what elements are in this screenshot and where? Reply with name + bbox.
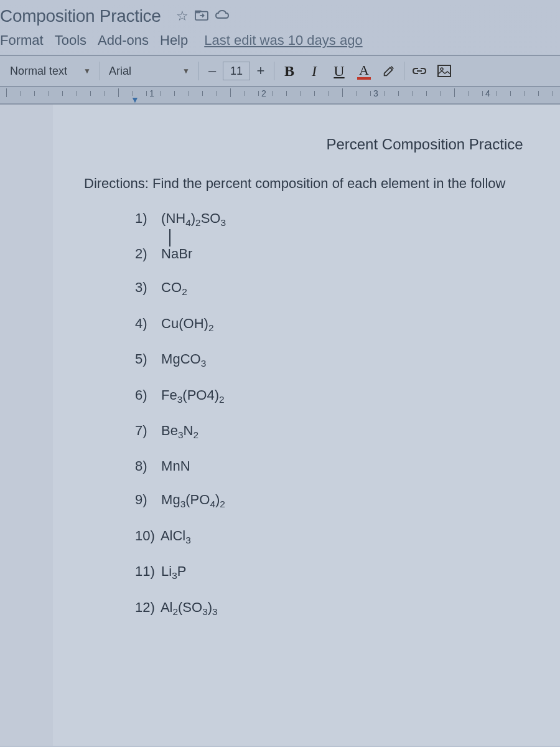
list-item[interactable]: 2) NaBr: [135, 246, 560, 262]
directions-text[interactable]: Directions: Find the percent composition…: [84, 176, 560, 192]
ruler-tick: [6, 88, 7, 97]
ruler-tick: [426, 91, 427, 96]
list-item[interactable]: 3) CO2: [135, 280, 560, 298]
ruler-tick: [258, 91, 259, 96]
list-item[interactable]: 10) AlCl3: [135, 528, 560, 546]
ruler-number: 3: [373, 88, 378, 98]
menu-help[interactable]: Help: [160, 32, 188, 49]
separator: [404, 62, 404, 80]
text-color-button[interactable]: A: [352, 59, 376, 83]
ruler-tick: [454, 88, 455, 97]
ruler-tick: [482, 91, 483, 96]
separator: [198, 62, 199, 80]
list-item[interactable]: 7) Be3N2: [135, 423, 560, 441]
cloud-saved-icon[interactable]: [215, 8, 230, 24]
ruler-tick: [398, 91, 399, 96]
chevron-down-icon: ▼: [182, 67, 190, 75]
ruler-tick: [202, 91, 203, 96]
separator: [100, 62, 100, 80]
font-size-group: – 11 +: [202, 60, 271, 82]
titlebar: Composition Practice ☆: [0, 0, 560, 29]
ruler-tick: [385, 91, 385, 96]
ruler-tick: [497, 91, 497, 96]
ruler-tick: [105, 91, 105, 96]
insert-image-button[interactable]: [432, 59, 457, 83]
ruler-tick: [329, 91, 329, 96]
paragraph-style-dropdown[interactable]: Normal text ▼: [4, 60, 97, 82]
ruler-tick: [77, 91, 77, 96]
problem-list[interactable]: 1) (NH4)2SO32) NaBr3) CO24) Cu(OH)25) Mg…: [135, 210, 560, 618]
ruler-tick: [357, 91, 357, 96]
menu-format[interactable]: Format: [0, 32, 44, 49]
insert-link-button[interactable]: [407, 59, 432, 83]
page[interactable]: Percent Composition Practice Directions:…: [53, 105, 560, 746]
font-size-increase-button[interactable]: +: [250, 60, 271, 82]
ruler-tick: [342, 88, 343, 97]
ruler-tick: [49, 91, 49, 96]
document-area[interactable]: Percent Composition Practice Directions:…: [0, 105, 560, 746]
text-color-swatch: [357, 77, 371, 80]
separator: [274, 62, 274, 80]
font-size-input[interactable]: 11: [223, 62, 250, 80]
ruler-tick: [34, 91, 35, 96]
list-item[interactable]: 9) Mg3(PO4)2: [135, 492, 560, 510]
svg-rect-1: [438, 65, 450, 77]
paragraph-style-label: Normal text: [10, 65, 67, 78]
ruler-tick: [21, 91, 21, 96]
menubar: Format Tools Add-ons Help Last edit was …: [0, 29, 560, 55]
ruler-tick: [90, 91, 91, 96]
document-title[interactable]: Composition Practice: [0, 6, 161, 26]
ruler[interactable]: ▼ 1234: [0, 87, 560, 105]
font-family-label: Arial: [109, 65, 131, 78]
ruler-tick: [161, 91, 161, 96]
ruler-tick: [538, 91, 539, 96]
ruler-tick: [62, 91, 63, 96]
ruler-tick: [245, 91, 245, 96]
menu-addons[interactable]: Add-ons: [98, 32, 149, 49]
ruler-tick: [553, 91, 553, 96]
ruler-tick: [189, 91, 189, 96]
menu-tools[interactable]: Tools: [55, 32, 86, 49]
ruler-tick: [217, 91, 217, 96]
ruler-tick: [133, 91, 133, 96]
ruler-tick: [441, 91, 441, 96]
italic-button[interactable]: I: [302, 59, 327, 83]
text-color-label: A: [359, 62, 369, 78]
ruler-number: 4: [485, 88, 490, 98]
ruler-number: 1: [149, 88, 154, 98]
ruler-tick: [301, 91, 301, 96]
ruler-tick: [370, 91, 371, 96]
move-folder-icon[interactable]: [195, 8, 208, 24]
list-item[interactable]: 1) (NH4)2SO3: [135, 210, 560, 228]
toolbar: Normal text ▼ Arial ▼ – 11 + B I U A: [0, 55, 560, 87]
ruler-tick: [286, 91, 287, 96]
ruler-number: 2: [261, 88, 266, 98]
ruler-tick: [469, 91, 469, 96]
text-cursor: [169, 229, 170, 247]
ruler-indent-marker[interactable]: ▼: [131, 95, 139, 105]
font-family-dropdown[interactable]: Arial ▼: [103, 60, 196, 82]
list-item[interactable]: 8) MnN: [135, 458, 560, 474]
ruler-tick: [230, 88, 231, 97]
document-heading[interactable]: Percent Composition Practice: [289, 136, 560, 153]
ruler-tick: [525, 91, 525, 96]
ruler-tick: [510, 91, 511, 96]
chevron-down-icon: ▼: [83, 67, 91, 75]
highlight-button[interactable]: [376, 59, 401, 83]
list-item[interactable]: 5) MgCO3: [135, 351, 560, 369]
list-item[interactable]: 4) Cu(OH)2: [135, 316, 560, 334]
ruler-tick: [314, 91, 315, 96]
ruler-tick: [118, 88, 119, 97]
font-size-decrease-button[interactable]: –: [202, 60, 223, 82]
svg-point-2: [441, 68, 443, 70]
ruler-tick: [174, 91, 175, 96]
list-item[interactable]: 6) Fe3(PO4)2: [135, 387, 560, 405]
last-edit-link[interactable]: Last edit was 10 days ago: [204, 32, 362, 49]
bold-button[interactable]: B: [277, 59, 302, 83]
ruler-tick: [273, 91, 273, 96]
list-item[interactable]: 11) Li3P: [135, 563, 560, 581]
star-icon[interactable]: ☆: [176, 8, 189, 24]
underline-button[interactable]: U: [327, 59, 352, 83]
ruler-tick: [413, 91, 413, 96]
list-item[interactable]: 12) Al2(SO3)3: [135, 599, 560, 618]
